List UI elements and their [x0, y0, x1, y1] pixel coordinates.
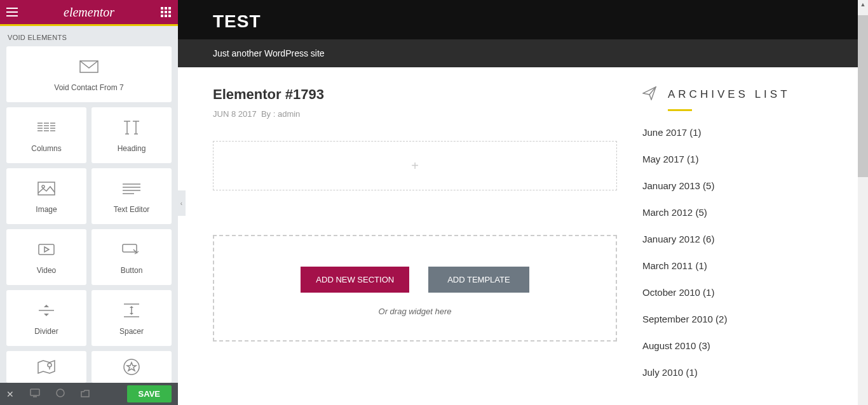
- archive-item[interactable]: September 2010 (2): [642, 314, 833, 324]
- footer-icons-group: ✕ ?: [6, 388, 90, 399]
- post-title: Elementor #1793: [213, 86, 617, 103]
- archive-item[interactable]: March 2012 (5): [642, 207, 833, 218]
- columns-icon: [37, 117, 55, 138]
- sidebar-header: elementor: [0, 0, 178, 24]
- element-button[interactable]: Button: [92, 229, 172, 285]
- map-icon: [37, 357, 55, 377]
- elements-section-title: VOID ELEMENTS: [0, 24, 178, 46]
- elementor-sidebar: elementor VOID ELEMENTS Void Contact Fro…: [0, 0, 178, 405]
- element-columns[interactable]: Columns: [6, 107, 86, 163]
- spacer-icon: [123, 300, 140, 321]
- preview-main: ‹ TEST Just another WordPress site Eleme…: [178, 0, 868, 405]
- divider-icon: [38, 300, 55, 321]
- svg-point-31: [48, 363, 51, 367]
- add-new-section-button[interactable]: ADD NEW SECTION: [301, 267, 409, 293]
- widget-title-text: ARCHIVES LIST: [668, 88, 790, 101]
- button-icon: [122, 239, 141, 260]
- svg-text:?: ?: [58, 390, 62, 396]
- sidebar-footer: ✕ ? SAVE: [0, 383, 178, 405]
- element-text-editor[interactable]: Text Editor: [92, 168, 172, 224]
- responsive-icon[interactable]: [30, 388, 40, 399]
- video-icon: [38, 239, 55, 260]
- element-spacer[interactable]: Spacer: [92, 290, 172, 346]
- brand-logo: elementor: [64, 5, 114, 20]
- elements-grid-button[interactable]: [154, 0, 178, 24]
- element-icon[interactable]: [92, 351, 172, 383]
- archive-item[interactable]: January 2012 (6): [642, 234, 833, 244]
- vertical-scrollbar[interactable]: ▲: [858, 0, 868, 405]
- element-void-contact-form-7[interactable]: Void Contact From 7: [6, 46, 172, 102]
- paper-plane-icon: [642, 86, 656, 103]
- archive-item[interactable]: March 2011 (1): [642, 260, 833, 271]
- empty-section[interactable]: +: [213, 141, 617, 190]
- envelope-icon: [79, 56, 98, 77]
- elements-grid: Void Contact From 7 Columns Heading Imag…: [0, 46, 178, 383]
- post-date: JUN 8 2017: [213, 109, 257, 119]
- element-google-maps[interactable]: [6, 351, 86, 383]
- dropzone-buttons: ADD NEW SECTION ADD TEMPLATE: [227, 267, 603, 293]
- post-by-label: By :: [261, 109, 275, 119]
- grid-icon: [161, 7, 171, 17]
- scroll-thumb[interactable]: [858, 15, 868, 177]
- heading-icon: [123, 117, 140, 138]
- add-template-button[interactable]: ADD TEMPLATE: [428, 267, 529, 293]
- archive-item[interactable]: June 2017 (1): [642, 127, 833, 138]
- archive-item[interactable]: January 2013 (5): [642, 180, 833, 191]
- hamburger-icon: [6, 8, 18, 17]
- archive-item[interactable]: October 2010 (1): [642, 287, 833, 298]
- element-divider[interactable]: Divider: [6, 290, 86, 346]
- help-icon[interactable]: ?: [56, 388, 65, 399]
- plus-icon: +: [411, 159, 419, 173]
- text-editor-icon: [123, 178, 140, 199]
- add-section-dropzone[interactable]: ADD NEW SECTION ADD TEMPLATE Or drag wid…: [213, 235, 617, 342]
- post-meta: JUN 8 2017 By : admin: [213, 109, 617, 119]
- dropzone-hint: Or drag widget here: [227, 307, 603, 316]
- svg-point-20: [42, 185, 44, 188]
- image-icon: [37, 178, 55, 199]
- archive-item[interactable]: July 2010 (1): [642, 367, 833, 378]
- archive-item[interactable]: May 2017 (1): [642, 154, 833, 164]
- element-heading[interactable]: Heading: [92, 107, 172, 163]
- svg-rect-33: [31, 389, 39, 395]
- element-image[interactable]: Image: [6, 168, 86, 224]
- svg-rect-25: [39, 244, 54, 255]
- widget-title-row: ARCHIVES LIST: [642, 86, 833, 103]
- archives-list: June 2017 (1) May 2017 (1) January 2013 …: [642, 127, 833, 378]
- post-author: admin: [278, 109, 300, 119]
- archives-widget: ARCHIVES LIST June 2017 (1) May 2017 (1)…: [642, 86, 833, 394]
- content-area: Elementor #1793 JUN 8 2017 By : admin + …: [178, 67, 868, 394]
- scroll-up-arrow-icon[interactable]: ▲: [858, 0, 868, 9]
- archive-item[interactable]: August 2010 (3): [642, 340, 833, 351]
- menu-button[interactable]: [0, 0, 24, 24]
- star-circle-icon: [123, 357, 140, 377]
- svg-point-35: [57, 389, 64, 397]
- widget-underline: [668, 109, 692, 111]
- post-main: Elementor #1793 JUN 8 2017 By : admin + …: [213, 86, 617, 394]
- site-title: TEST: [213, 11, 833, 32]
- templates-icon[interactable]: [81, 389, 90, 399]
- close-icon[interactable]: ✕: [6, 389, 14, 399]
- save-button[interactable]: SAVE: [127, 385, 172, 402]
- collapse-sidebar-handle[interactable]: ‹: [178, 190, 186, 216]
- element-video[interactable]: Video: [6, 229, 86, 285]
- site-header: TEST: [178, 0, 868, 39]
- site-tagline: Just another WordPress site: [178, 39, 868, 67]
